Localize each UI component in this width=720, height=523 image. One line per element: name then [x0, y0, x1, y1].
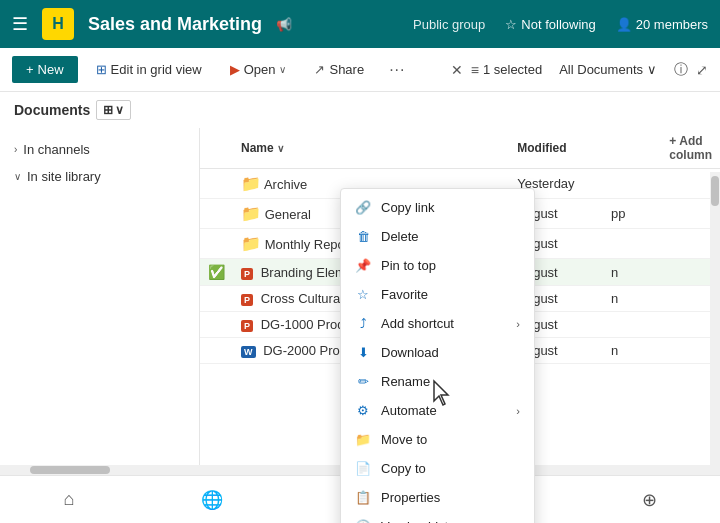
new-button[interactable]: + New — [12, 56, 78, 83]
hamburger-icon[interactable]: ☰ — [12, 13, 28, 35]
site-library-chevron-icon: ∨ — [14, 171, 21, 182]
row-checkbox[interactable] — [200, 169, 233, 199]
row-checkbox[interactable] — [200, 286, 233, 312]
row-checkbox[interactable] — [200, 338, 233, 364]
share-icon: ↗ — [314, 62, 325, 77]
vertical-scrollbar[interactable] — [710, 172, 720, 523]
row-checkbox[interactable] — [200, 229, 233, 259]
row-extra: n — [603, 338, 661, 364]
app-logo: H — [42, 8, 74, 40]
documents-header: Documents ⊞ ∨ — [0, 92, 720, 128]
scrollbar-thumb — [711, 176, 719, 206]
menu-item-add-shortcut[interactable]: ⤴ Add shortcut › — [341, 309, 534, 338]
menu-item-delete[interactable]: 🗑 Delete — [341, 222, 534, 251]
nav-item-more[interactable]: ⊕ — [626, 485, 673, 515]
row-checkbox[interactable] — [200, 199, 233, 229]
row-checkbox[interactable] — [200, 312, 233, 338]
members-button[interactable]: 👤 20 members — [616, 17, 708, 32]
menu-item-favorite[interactable]: ☆ Favorite — [341, 280, 534, 309]
menu-item-automate[interactable]: ⚙ Automate › — [341, 396, 534, 425]
members-icon: 👤 — [616, 17, 632, 32]
menu-item-copy-link[interactable]: 🔗 Copy link — [341, 193, 534, 222]
sidebar-item-site-library[interactable]: ∨ In site library — [0, 163, 199, 190]
globe-icon: 🌐 — [201, 489, 223, 511]
row-extra — [603, 229, 661, 259]
pptx-icon: P — [241, 320, 253, 332]
settings-icon[interactable]: 📢 — [276, 17, 292, 32]
list-icon: ≡ — [471, 62, 479, 78]
rename-icon: ✏ — [355, 374, 371, 389]
view-toggle-icon: ⊞ — [103, 103, 113, 117]
open-icon: ▶ — [230, 62, 240, 77]
menu-item-download[interactable]: ⬇ Download — [341, 338, 534, 367]
all-docs-dropdown[interactable]: All Documents ∨ — [550, 57, 666, 82]
pptx-icon: P — [241, 268, 253, 280]
row-extra: pp — [603, 199, 661, 229]
copy-to-icon: 📄 — [355, 461, 371, 476]
automate-arrow-icon: › — [516, 405, 520, 417]
menu-item-version-history[interactable]: 🕐 Version history — [341, 512, 534, 523]
main-content: › In channels ∨ In site library Name ∨ M… — [0, 128, 720, 475]
menu-item-properties[interactable]: 📋 Properties — [341, 483, 534, 512]
site-title: Sales and Marketing — [88, 14, 262, 35]
folder-icon: 📁 — [241, 235, 261, 252]
row-extra — [603, 312, 661, 338]
public-group-label: Public group — [413, 17, 485, 32]
row-checkbox[interactable]: ✅ — [200, 259, 233, 286]
download-icon: ⬇ — [355, 345, 371, 360]
shortcut-icon: ⤴ — [355, 316, 371, 331]
all-docs-chevron-icon: ∨ — [647, 62, 657, 77]
sidebar-item-channels[interactable]: › In channels — [0, 136, 199, 163]
context-menu: 🔗 Copy link 🗑 Delete 📌 Pin to top ☆ Favo… — [340, 188, 535, 523]
home-icon: ⌂ — [63, 489, 74, 510]
more-dots-icon: ··· — [389, 61, 405, 79]
col-checkbox-header — [200, 128, 233, 169]
check-circle-icon: ✅ — [208, 264, 225, 280]
col-modified-header[interactable]: Modified — [509, 128, 603, 169]
pin-icon: 📌 — [355, 258, 371, 273]
share-button[interactable]: ↗ Share — [304, 57, 374, 82]
selected-count: ≡ 1 selected — [471, 62, 542, 78]
open-button[interactable]: ▶ Open ∨ — [220, 57, 297, 82]
nav-item-home[interactable]: ⌂ — [47, 485, 90, 514]
sidebar: › In channels ∨ In site library — [0, 128, 200, 475]
menu-item-rename[interactable]: ✏ Rename — [341, 367, 534, 396]
folder-icon: 📁 — [241, 205, 261, 222]
automate-icon: ⚙ — [355, 403, 371, 418]
shortcut-arrow-icon: › — [516, 318, 520, 330]
row-extra: n — [603, 286, 661, 312]
close-selection-icon[interactable]: ✕ — [451, 62, 463, 78]
top-bar: ☰ H Sales and Marketing 📢 Public group ☆… — [0, 0, 720, 48]
docs-view-toggle[interactable]: ⊞ ∨ — [96, 100, 131, 120]
info-icon[interactable]: ⓘ — [674, 61, 688, 79]
open-chevron-icon: ∨ — [279, 64, 286, 75]
edit-grid-button[interactable]: ⊞ Edit in grid view — [86, 57, 212, 82]
col-name-header[interactable]: Name ∨ — [233, 128, 509, 169]
favorite-icon: ☆ — [355, 287, 371, 302]
row-extra: n — [603, 259, 661, 286]
pptx-icon: P — [241, 294, 253, 306]
more-button[interactable]: ··· — [382, 56, 412, 84]
horiz-scrollbar-thumb — [30, 466, 110, 474]
menu-item-copy-to[interactable]: 📄 Copy to — [341, 454, 534, 483]
history-icon: 🕐 — [355, 519, 371, 523]
grid-icon: ⊞ — [96, 62, 107, 77]
menu-item-pin-to-top[interactable]: 📌 Pin to top — [341, 251, 534, 280]
name-sort-icon: ∨ — [277, 143, 284, 154]
delete-icon: 🗑 — [355, 229, 371, 244]
nav-item-web[interactable]: 🌐 — [185, 485, 239, 515]
view-toggle-arrow-icon: ∨ — [115, 103, 124, 117]
folder-icon: 📁 — [241, 175, 261, 192]
star-icon: ☆ — [505, 17, 517, 32]
col-add-header[interactable]: + Add column — [661, 128, 720, 169]
not-following-button[interactable]: ☆ Not following — [505, 17, 595, 32]
menu-item-move-to[interactable]: 📁 Move to — [341, 425, 534, 454]
col-modifiedby-header[interactable] — [603, 128, 661, 169]
move-icon: 📁 — [355, 432, 371, 447]
action-bar: + New ⊞ Edit in grid view ▶ Open ∨ ↗ Sha… — [0, 48, 720, 92]
expand-icon[interactable]: ⤢ — [696, 62, 708, 78]
new-plus-icon: + — [26, 62, 34, 77]
copy-link-icon: 🔗 — [355, 200, 371, 215]
docx-icon: W — [241, 346, 256, 358]
row-extra — [603, 169, 661, 199]
